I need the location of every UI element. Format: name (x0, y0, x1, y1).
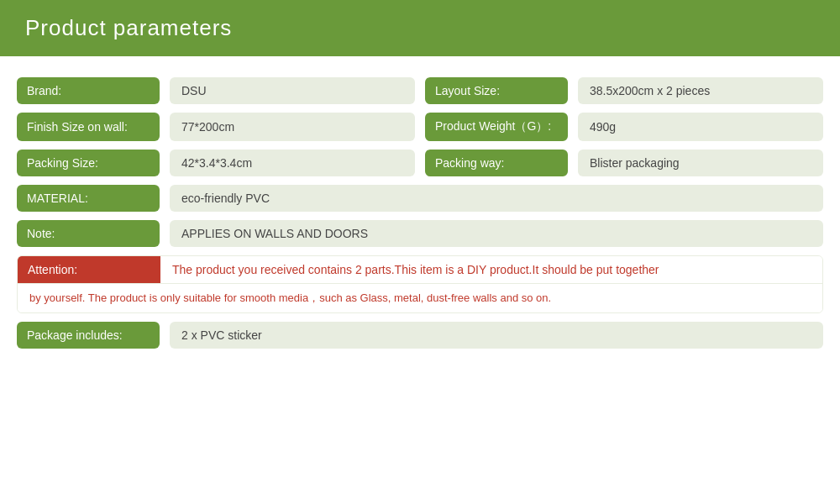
left-label: Finish Size on wall: (17, 113, 160, 141)
split-row: Brand:DSULayout Size:38.5x200cm x 2 piec… (17, 77, 823, 104)
left-value: DSU (170, 77, 415, 104)
split-row: Packing Size:42*3.4*3.4cmPacking way:Bli… (17, 150, 823, 176)
right-pair: Product Weight（G）:490g (425, 113, 823, 141)
attention-value-bottom: by yourself. The product is only suitabl… (18, 283, 822, 312)
right-pair: Packing way:Blister packaging (425, 150, 823, 176)
right-value: 490g (578, 113, 823, 141)
row-label: Package includes: (17, 322, 160, 349)
right-label: Product Weight（G）: (425, 113, 568, 141)
content-area: Brand:DSULayout Size:38.5x200cm x 2 piec… (0, 56, 840, 370)
row-value: APPLIES ON WALLS AND DOORS (170, 220, 823, 247)
left-value: 77*200cm (170, 113, 415, 141)
attention-row: Attention:The product you received conta… (17, 255, 823, 313)
attention-value-top: The product you received contains 2 part… (160, 256, 822, 283)
right-label: Packing way: (425, 150, 568, 176)
header-title: Product parameters (25, 15, 232, 40)
full-row: Package includes:2 x PVC sticker (17, 322, 823, 349)
row-label: MATERIAL: (17, 185, 160, 212)
left-pair: Brand:DSU (17, 77, 415, 104)
row-value: 2 x PVC sticker (170, 322, 823, 349)
full-row: Note:APPLIES ON WALLS AND DOORS (17, 220, 823, 247)
left-pair: Packing Size:42*3.4*3.4cm (17, 150, 415, 176)
right-value: 38.5x200cm x 2 pieces (578, 77, 823, 104)
right-label: Layout Size: (425, 77, 568, 104)
attention-label: Attention: (18, 256, 160, 283)
row-value: eco-friendly PVC (170, 185, 823, 212)
full-row: MATERIAL:eco-friendly PVC (17, 185, 823, 212)
right-pair: Layout Size:38.5x200cm x 2 pieces (425, 77, 823, 104)
left-pair: Finish Size on wall:77*200cm (17, 113, 415, 141)
right-value: Blister packaging (578, 150, 823, 176)
split-row: Finish Size on wall:77*200cmProduct Weig… (17, 113, 823, 141)
left-value: 42*3.4*3.4cm (170, 150, 415, 176)
row-label: Note: (17, 220, 160, 247)
left-label: Brand: (17, 77, 160, 104)
left-label: Packing Size: (17, 150, 160, 176)
page-header: Product parameters (0, 0, 840, 56)
